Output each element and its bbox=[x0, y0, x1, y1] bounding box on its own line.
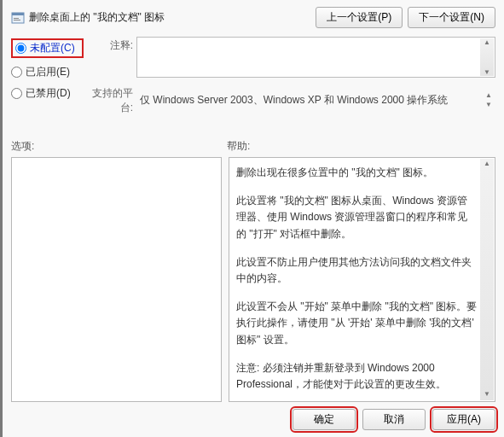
platform-label: 支持的平台: bbox=[84, 84, 133, 115]
svg-rect-2 bbox=[14, 18, 19, 19]
radio-enabled-input[interactable] bbox=[11, 67, 22, 78]
svg-rect-1 bbox=[12, 13, 24, 15]
options-pane bbox=[11, 157, 222, 402]
comment-area: 注释: ▲ ▼ 支持的平台: 仅 Windows Server 2003、Win… bbox=[84, 37, 495, 115]
cancel-button[interactable]: 取消 bbox=[362, 409, 426, 430]
scroll-up-icon[interactable]: ▲ bbox=[484, 38, 490, 46]
help-paragraph: 注意: 必须注销并重新登录到 Windows 2000 Professional… bbox=[236, 360, 478, 393]
radio-enabled[interactable]: 已启用(E) bbox=[11, 65, 84, 79]
comment-row: 注释: ▲ ▼ bbox=[84, 37, 495, 78]
scroll-down-icon[interactable]: ▼ bbox=[485, 101, 492, 108]
platform-text: 仅 Windows Server 2003、Windows XP 和 Windo… bbox=[136, 93, 478, 108]
help-paragraph: 此设置不防止用户使用其他方法访问我的文档文件夹中的内容。 bbox=[236, 254, 478, 287]
radio-not-configured-input[interactable] bbox=[15, 43, 26, 54]
scroll-up-icon[interactable]: ▲ bbox=[484, 159, 490, 170]
help-paragraph: 删除出现在很多位置中的 "我的文档" 图标。 bbox=[236, 165, 478, 181]
radio-disabled-label: 已禁用(D) bbox=[26, 86, 71, 101]
mid-labels: 选项: 帮助: bbox=[11, 139, 495, 154]
help-scrollbar[interactable]: ▲ ▼ bbox=[480, 159, 494, 400]
comment-label: 注释: bbox=[84, 37, 133, 53]
policy-icon bbox=[11, 11, 25, 25]
scroll-down-icon[interactable]: ▼ bbox=[484, 389, 490, 400]
comment-scrollbar[interactable]: ▲ ▼ bbox=[480, 38, 494, 76]
scroll-up-icon[interactable]: ▲ bbox=[485, 91, 492, 99]
options-label: 选项: bbox=[11, 139, 227, 154]
radio-disabled-input[interactable] bbox=[11, 88, 22, 99]
radio-enabled-label: 已启用(E) bbox=[26, 65, 70, 79]
scroll-down-icon[interactable]: ▼ bbox=[484, 68, 490, 76]
next-setting-button[interactable]: 下一个设置(N) bbox=[408, 7, 495, 28]
radio-not-configured[interactable]: 未配置(C) bbox=[11, 38, 84, 58]
nav-buttons: 上一个设置(P) 下一个设置(N) bbox=[316, 7, 495, 28]
dialog-title: 删除桌面上的 "我的文档" 图标 bbox=[29, 10, 165, 25]
header: 删除桌面上的 "我的文档" 图标 上一个设置(P) 下一个设置(N) bbox=[11, 7, 495, 28]
radio-not-configured-label: 未配置(C) bbox=[30, 41, 75, 55]
radio-disabled[interactable]: 已禁用(D) bbox=[11, 86, 84, 101]
ok-button[interactable]: 确定 bbox=[293, 409, 356, 430]
help-paragraph: 此设置将 "我的文档" 图标从桌面、Windows 资源管理器、使用 Windo… bbox=[236, 193, 478, 242]
platform-row: 支持的平台: 仅 Windows Server 2003、Windows XP … bbox=[84, 84, 495, 115]
policy-dialog: 删除桌面上的 "我的文档" 图标 上一个设置(P) 下一个设置(N) 未配置(C… bbox=[0, 0, 504, 437]
previous-setting-button[interactable]: 上一个设置(P) bbox=[316, 7, 403, 28]
help-label: 帮助: bbox=[227, 139, 250, 154]
radio-group: 未配置(C) 已启用(E) 已禁用(D) bbox=[11, 37, 84, 115]
comment-textbox[interactable]: ▲ ▼ bbox=[136, 37, 495, 78]
config-row: 未配置(C) 已启用(E) 已禁用(D) 注释: ▲ ▼ bbox=[11, 37, 495, 115]
help-pane: 删除出现在很多位置中的 "我的文档" 图标。 此设置将 "我的文档" 图标从桌面… bbox=[229, 157, 495, 402]
apply-button[interactable]: 应用(A) bbox=[432, 409, 495, 430]
help-paragraph: 此设置不会从 "开始" 菜单中删除 "我的文档" 图标。要执行此操作，请使用 "… bbox=[236, 299, 478, 348]
footer: 确定 取消 应用(A) bbox=[11, 409, 495, 430]
title-group: 删除桌面上的 "我的文档" 图标 bbox=[11, 10, 165, 25]
panes: 删除出现在很多位置中的 "我的文档" 图标。 此设置将 "我的文档" 图标从桌面… bbox=[11, 157, 495, 402]
svg-rect-3 bbox=[14, 20, 20, 20]
